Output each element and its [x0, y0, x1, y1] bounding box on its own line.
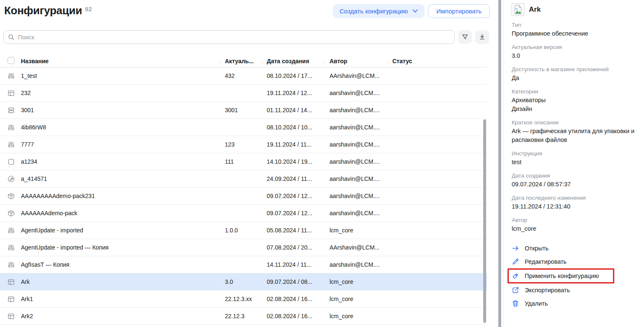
row-author: AArshavin@LCM...	[325, 244, 387, 251]
details-field: Краткое описаниеArk — графическая утилит…	[512, 119, 637, 144]
field-value: Да	[512, 74, 637, 82]
row-created: 09.07.2024 / 08...	[262, 278, 325, 285]
import-button[interactable]: Импортировать	[428, 4, 490, 18]
field-label: Категории	[512, 88, 637, 95]
row-icon-cell	[0, 244, 18, 251]
details-field: Дата создания09.07.2024 / 08:57:37	[512, 173, 637, 189]
action-flash-drive[interactable]: Применить конфигурацию	[507, 268, 614, 283]
table-row[interactable]: Ark3.009.07.2024 / 08...lcm_core	[0, 273, 487, 291]
configurations-table: Название Актуаль... Дата создания Автор …	[0, 55, 487, 325]
search-row	[3, 30, 489, 44]
row-icon-cell	[0, 313, 18, 320]
row-name: AAAAAAAdemo-pack	[18, 210, 220, 216]
table-row[interactable]: a_41457124.09.2024 / 11...aarshavin@LCM.…	[0, 170, 487, 188]
row-version: 22.12.3.xx	[220, 296, 262, 302]
row-created: 09.07.2024 / 12...	[262, 193, 325, 199]
row-name: Ark	[18, 278, 220, 285]
page-scrollbar[interactable]	[498, 0, 501, 327]
table-row[interactable]: 4ib86rW808.10.2024 / 10...aarshavin@LCM.…	[0, 119, 487, 136]
sliders-icon	[8, 261, 15, 268]
layout-icon	[8, 296, 15, 303]
table-row[interactable]: 1_test43208.10.2024 / 17...AArshavin@LCM…	[0, 67, 487, 85]
row-icon-cell	[0, 227, 18, 234]
details-actions: ОткрытьРедактироватьПрименить конфигурац…	[512, 242, 637, 310]
table-row[interactable]: AgentUpdate - imported1.0.005.08.2024 / …	[0, 222, 487, 239]
row-name: AgentUpdate - imported	[18, 227, 220, 234]
sliders-icon	[8, 141, 15, 148]
main-area: Конфигурации92 Создать конфигурацию Импо…	[0, 0, 490, 327]
row-icon-cell	[0, 278, 18, 286]
table-row[interactable]: Ark222.12.302.08.2024 / 16...lcm_core	[0, 308, 487, 325]
row-icon-cell	[0, 124, 18, 131]
action-arrow-right[interactable]: Открыть	[512, 242, 553, 255]
row-author: lcm_core	[325, 313, 387, 319]
row-author: aarshavin@LCM....	[325, 158, 387, 165]
search-input-wrap	[3, 30, 455, 44]
row-version: 22.12.3	[220, 313, 262, 319]
row-icon-cell	[0, 296, 18, 303]
row-author: aarshavin@LCM....	[325, 175, 387, 182]
details-fields: ТипПрограммное обеспечениеАктуальная вер…	[512, 22, 637, 233]
chevron-down-icon	[412, 9, 418, 13]
app-thumbnail-icon	[512, 3, 524, 16]
column-header-created: Дата создания	[262, 58, 325, 64]
row-created: 02.08.2024 / 16...	[262, 296, 325, 302]
row-name: Ark1	[18, 296, 220, 302]
table-row[interactable]: AgentUpdate - imported — Копия07.08.2024…	[0, 239, 487, 256]
main-gap	[490, 0, 498, 327]
details-field: КатегорииАрхиваторы Дизайн	[512, 88, 637, 113]
row-version: 432	[220, 72, 262, 79]
action-export[interactable]: Экспортировать	[512, 283, 574, 297]
column-header-name: Название	[18, 58, 220, 64]
package-icon	[8, 210, 15, 217]
square-icon	[8, 158, 15, 165]
row-name: 7777	[18, 141, 220, 148]
app-root: Конфигурации92 Создать конфигурацию Импо…	[0, 0, 644, 327]
table-row[interactable]: AgfIsasT — Копия14.11.2024 / 11...aarsha…	[0, 256, 487, 273]
table-row[interactable]: 777712319.11.2024 / 11...aarshavin@LCM..…	[0, 136, 487, 153]
download-button[interactable]	[475, 30, 489, 44]
row-created: 05.08.2024 / 11...	[262, 227, 325, 234]
table-row[interactable]: AAAAAAAdemo-pack09.07.2024 / 12...aarsha…	[0, 205, 487, 222]
action-pencil[interactable]: Редактировать	[512, 255, 571, 268]
row-name: 1_test	[18, 72, 220, 79]
table-row[interactable]: Ark122.12.3.xx02.08.2024 / 16...lcm_core	[0, 291, 487, 308]
table-row[interactable]: 3001300101.11.2024 / 14...aarshavin@LCM.…	[0, 102, 487, 119]
page-header: Конфигурации92 Создать конфигурацию Импо…	[0, 0, 490, 18]
row-created: 14.10.2024 / 19...	[262, 158, 325, 165]
field-value: Программное обеспечение	[512, 29, 637, 38]
field-label: Автор	[512, 217, 637, 223]
filter-button[interactable]	[458, 30, 472, 44]
details-field: Инструкцияtest	[512, 150, 637, 167]
row-name: a_414571	[18, 175, 220, 182]
row-version: 3.0	[220, 278, 262, 285]
table-body: 1_test43208.10.2024 / 17...AArshavin@LCM…	[0, 67, 487, 325]
row-icon-cell	[0, 90, 18, 97]
details-field: ТипПрограммное обеспечение	[512, 22, 637, 38]
row-author: lcm_core	[325, 296, 387, 302]
row-author: AArshavin@LCM...	[325, 72, 387, 79]
create-configuration-label: Создать конфигурацию	[340, 8, 408, 15]
row-icon-cell	[0, 141, 18, 148]
row-created: 01.11.2024 / 14...	[262, 107, 325, 113]
trash-icon	[512, 300, 519, 307]
table-scrollbar[interactable]	[483, 119, 486, 323]
search-input[interactable]	[18, 34, 450, 41]
row-author: aarshavin@LCM....	[325, 124, 387, 131]
layout-icon	[8, 313, 15, 320]
import-button-label: Импортировать	[436, 8, 482, 15]
action-label: Удалить	[525, 300, 548, 307]
select-all-checkbox[interactable]	[8, 57, 15, 64]
row-author: lcm_core	[325, 278, 387, 285]
table-row[interactable]: 23219.11.2024 / 12...aarshavin@LCM....	[0, 85, 487, 102]
table-row[interactable]: AAAAAAAAAdemo-pack23109.07.2024 / 12...a…	[0, 188, 487, 205]
table-row[interactable]: a123411114.10.2024 / 19...aarshavin@LCM.…	[0, 153, 487, 170]
sliders-icon	[8, 124, 15, 131]
export-icon	[512, 286, 519, 294]
action-trash[interactable]: Удалить	[512, 297, 552, 310]
create-configuration-button[interactable]: Создать конфигурацию	[333, 4, 425, 18]
row-name: a1234	[18, 158, 220, 165]
row-author: aarshavin@LCM....	[325, 210, 387, 216]
row-name: 232	[18, 90, 220, 96]
field-label: Инструкция	[512, 150, 637, 157]
